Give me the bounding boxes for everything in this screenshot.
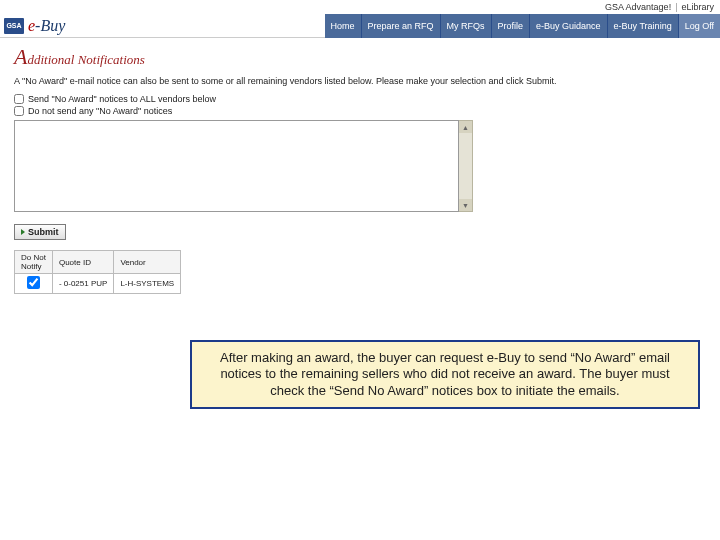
send-none-checkbox[interactable] (14, 106, 24, 116)
play-icon (21, 229, 25, 235)
scroll-down-icon[interactable]: ▼ (459, 199, 472, 211)
vendor-table: Do Not Notify Quote ID Vendor - 0-0251 P… (14, 250, 181, 294)
brand-title: e-Buy (28, 17, 65, 35)
top-links: GSA Advantage! | eLibrary (605, 2, 714, 12)
content-area: Additional Notifications A "No Award" e-… (0, 38, 720, 300)
do-not-notify-checkbox[interactable] (27, 276, 40, 289)
instruction-text: A "No Award" e-mail notice can also be s… (14, 76, 706, 86)
separator: | (675, 2, 677, 12)
elibrary-link[interactable]: eLibrary (681, 2, 714, 12)
nav-log-off[interactable]: Log Off (678, 14, 720, 38)
nav-ebuy-training[interactable]: e-Buy Training (607, 14, 678, 38)
send-none-row[interactable]: Do not send any "No Award" notices (14, 106, 706, 116)
col-notify: Do Not Notify (15, 251, 53, 274)
page-root: GSA Advantage! | eLibrary GSA e-Buy Home… (0, 0, 720, 540)
submit-button[interactable]: Submit (14, 224, 66, 240)
vendor-cell: L-H-SYSTEMS (114, 274, 181, 294)
col-vendor: Vendor (114, 251, 181, 274)
send-none-label: Do not send any "No Award" notices (28, 106, 172, 116)
scroll-up-icon[interactable]: ▲ (459, 121, 472, 133)
gsa-advantage-link[interactable]: GSA Advantage! (605, 2, 671, 12)
send-all-label: Send "No Award" notices to ALL vendors b… (28, 94, 216, 104)
notify-cell (15, 274, 53, 294)
nav-prepare-rfq[interactable]: Prepare an RFQ (361, 14, 440, 38)
message-textarea[interactable] (14, 120, 459, 212)
brand-buy: -Buy (35, 17, 65, 34)
nav-profile[interactable]: Profile (491, 14, 530, 38)
col-quote-id: Quote ID (52, 251, 113, 274)
send-all-row[interactable]: Send "No Award" notices to ALL vendors b… (14, 94, 706, 104)
nav-home[interactable]: Home (325, 14, 361, 38)
section-heading: Additional Notifications (14, 44, 706, 70)
heading-dropcap: A (14, 44, 27, 69)
table-row: - 0-0251 PUP L-H-SYSTEMS (15, 274, 181, 294)
heading-rest: dditional Notifications (27, 52, 144, 67)
top-utility-bar: GSA Advantage! | eLibrary (0, 0, 720, 14)
main-nav: Home Prepare an RFQ My RFQs Profile e-Bu… (325, 14, 721, 38)
nav-ebuy-guidance[interactable]: e-Buy Guidance (529, 14, 607, 38)
submit-label: Submit (28, 227, 59, 237)
message-textarea-wrap: ▲ ▼ (14, 120, 706, 212)
gsa-logo-icon: GSA (4, 18, 24, 34)
quote-id-cell: - 0-0251 PUP (52, 274, 113, 294)
nav-my-rfqs[interactable]: My RFQs (440, 14, 491, 38)
send-all-checkbox[interactable] (14, 94, 24, 104)
textarea-scrollbar[interactable]: ▲ ▼ (459, 120, 473, 212)
tutorial-annotation: After making an award, the buyer can req… (190, 340, 700, 409)
header-bar: GSA e-Buy Home Prepare an RFQ My RFQs Pr… (0, 14, 720, 38)
